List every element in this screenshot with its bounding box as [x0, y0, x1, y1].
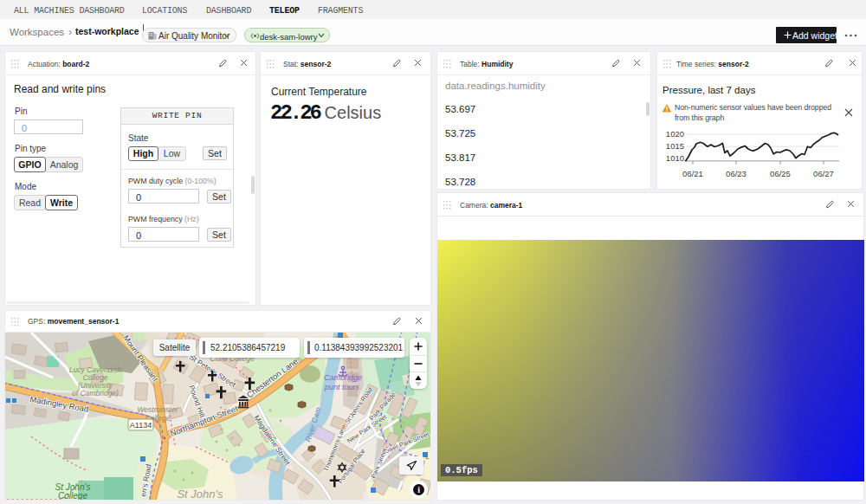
svg-text:06/21: 06/21 — [682, 169, 703, 178]
svg-text:06/25: 06/25 — [770, 169, 791, 178]
svg-text:1020: 1020 — [666, 129, 684, 139]
svg-text:punt tours: punt tours — [324, 383, 360, 391]
svg-text:Westminster: Westminster — [137, 405, 178, 414]
svg-text:of Cambridge): of Cambridge) — [72, 389, 119, 397]
svg-text:1015: 1015 — [666, 141, 684, 151]
svg-text:College: College — [58, 491, 87, 500]
svg-text:St John's: St John's — [177, 488, 223, 500]
svg-text:06/23: 06/23 — [726, 169, 746, 178]
svg-text:A1134: A1134 — [130, 421, 152, 430]
svg-text:1010: 1010 — [666, 153, 684, 163]
svg-text:06/27: 06/27 — [813, 169, 834, 178]
